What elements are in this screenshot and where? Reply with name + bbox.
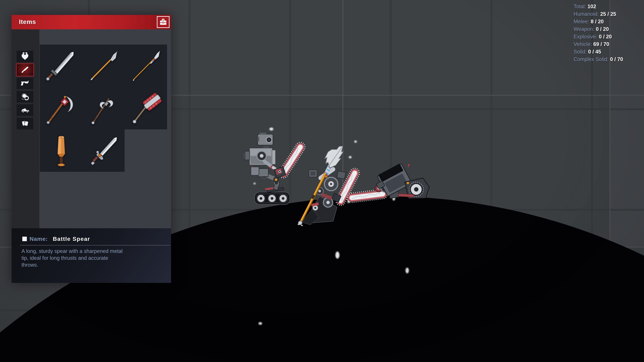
toolbox-icon (159, 18, 168, 26)
stat-line: Weapon:0 / 20 (574, 25, 623, 33)
stat-line: Complex Solid:0 / 70 (574, 55, 623, 63)
tracked-robot-left[interactable] (244, 133, 306, 204)
toolbox-button[interactable] (157, 16, 170, 28)
stat-line: Explosive:0 / 20 (574, 33, 623, 40)
items-window: Items (12, 15, 171, 283)
category-vehicles[interactable] (16, 104, 33, 116)
explosion-icon (20, 92, 30, 101)
item-slot-short-sword[interactable] (82, 129, 124, 172)
item-slot-double-axe[interactable] (82, 87, 124, 129)
items-window-header: Items (12, 15, 171, 29)
stat-line: Total:102 (574, 3, 623, 10)
car-icon (20, 106, 30, 115)
item-slot-spear[interactable] (82, 44, 124, 87)
items-window-body: ? (12, 29, 171, 228)
item-slot-war-hammer[interactable] (124, 87, 167, 129)
item-slot-battle-axe[interactable] (40, 87, 82, 129)
category-misc[interactable]: ? (16, 118, 33, 129)
short-sword-icon (84, 131, 123, 170)
item-slot-longsword[interactable] (40, 44, 82, 87)
name-label: Name: (30, 236, 48, 242)
stat-line: Humanoid:25 / 25 (574, 10, 623, 18)
pistol-icon (20, 79, 30, 88)
item-slot-wooden-bat[interactable] (40, 129, 82, 172)
knife-icon (20, 65, 30, 74)
item-name-row: Name: Battle Spear (22, 236, 90, 242)
longsword-icon (42, 46, 80, 85)
object-count-stats: Total:102 Humanoid:25 / 25 Melee:8 / 20 … (574, 3, 623, 63)
game-viewport: Total:102 Humanoid:25 / 25 Melee:8 / 20 … (0, 0, 644, 362)
robot-head (258, 133, 273, 145)
cards-icon: ? (20, 119, 30, 128)
category-melee[interactable] (16, 64, 33, 76)
war-hammer-icon (126, 89, 165, 128)
item-name-value: Battle Spear (53, 236, 90, 242)
battle-axe-icon (42, 89, 80, 128)
stat-line: Solid:0 / 45 (574, 48, 623, 55)
item-slot-battle-spear[interactable] (124, 44, 167, 87)
tread-wheels (257, 194, 287, 203)
category-living[interactable] (16, 51, 33, 62)
wooden-bat-icon (42, 131, 80, 170)
stat-line: Melee:8 / 20 (574, 18, 623, 25)
category-firearms[interactable] (16, 77, 33, 89)
chainsaw-left (274, 141, 306, 179)
stat-line: Vehicle:69 / 70 (574, 40, 623, 48)
category-explosives[interactable] (16, 91, 33, 103)
spear-icon (84, 46, 123, 85)
item-description: A long, sturdy spear with a sharpened me… (22, 248, 167, 268)
battle-spear-icon (126, 46, 165, 85)
double-axe-icon (84, 89, 123, 128)
heart-wings-icon (20, 52, 30, 61)
item-detail-panel: Name: Battle Spear A long, sturdy spear … (12, 228, 171, 283)
category-sidebar: ? (12, 29, 40, 228)
name-bullet-square (22, 237, 27, 241)
window-title: Items (19, 18, 36, 25)
detail-divider (20, 245, 170, 246)
